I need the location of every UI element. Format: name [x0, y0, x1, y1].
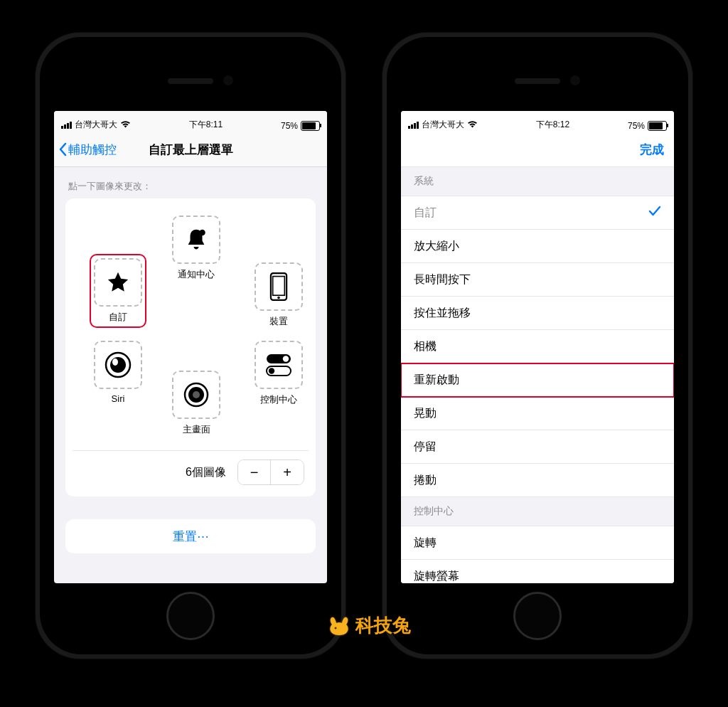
nav-bar: 輔助觸控 自訂最上層選單 — [54, 132, 327, 167]
star-icon — [106, 270, 130, 294]
clock: 下午8:11 — [189, 119, 223, 131]
nav-bar: 完成 — [401, 132, 674, 167]
icon-label: 主畫面 — [172, 423, 220, 436]
done-button[interactable]: 完成 — [640, 142, 664, 158]
watermark: 科技兔 — [327, 613, 411, 638]
back-label: 輔助觸控 — [68, 142, 117, 158]
icon-slot-home[interactable]: 主畫面 — [172, 371, 220, 436]
row-longpress[interactable]: 長時間按下 — [401, 263, 674, 297]
status-bar: 台灣大哥大 下午8:11 75% — [54, 111, 327, 132]
carrier-label: 台灣大哥大 — [422, 119, 464, 131]
stepper-plus[interactable]: + — [271, 460, 304, 484]
home-icon — [183, 381, 210, 408]
row-rotatescreen[interactable]: 旋轉螢幕 — [401, 560, 674, 583]
checkmark-icon — [648, 206, 661, 220]
row-camera[interactable]: 相機 — [401, 330, 674, 363]
icon-label: 自訂 — [94, 311, 142, 324]
svg-point-14 — [335, 627, 337, 629]
reset-button[interactable]: 重置⋯ — [65, 519, 316, 553]
clock: 下午8:12 — [536, 119, 569, 131]
row-rotate[interactable]: 旋轉 — [401, 526, 674, 560]
device-icon — [269, 272, 288, 301]
row-dwell[interactable]: 停留 — [401, 430, 674, 464]
icon-label: 控制中心 — [255, 393, 303, 406]
toggles-icon — [264, 353, 293, 377]
section-hint: 點一下圖像來更改： — [54, 167, 327, 198]
row-scroll[interactable]: 捲動 — [401, 464, 674, 497]
stepper-minus[interactable]: − — [238, 460, 271, 484]
icon-slot-custom[interactable]: 自訂 — [94, 258, 142, 324]
phone-frame-left: 台灣大哥大 下午8:11 75% 輔助觸控 自訂最上層選單 點一下圖像來更改： — [36, 33, 346, 659]
icon-slot-control[interactable]: 控制中心 — [255, 341, 303, 406]
battery-icon — [301, 121, 320, 131]
icon-label: Siri — [94, 393, 142, 404]
wifi-icon — [120, 120, 131, 130]
home-button[interactable] — [513, 592, 562, 640]
siri-icon — [105, 351, 132, 378]
svg-point-6 — [112, 358, 118, 366]
svg-point-11 — [283, 356, 289, 361]
battery-percent: 75% — [628, 121, 645, 131]
svg-point-13 — [269, 368, 274, 373]
options-list: 自訂 放大縮小 長時間按下 按住並拖移 相機 重新啟動 晃動 停留 捲動 控制中… — [401, 196, 674, 583]
svg-rect-2 — [273, 277, 285, 296]
wifi-icon — [467, 120, 478, 130]
row-shake[interactable]: 晃動 — [401, 397, 674, 430]
icon-label: 通知中心 — [172, 268, 220, 281]
home-button[interactable] — [166, 592, 215, 640]
screen-right: 台灣大哥大 下午8:12 75% 完成 系統 自訂 放大縮小 長時間按下 按住並… — [401, 111, 674, 583]
carrier-label: 台灣大哥大 — [75, 119, 117, 131]
back-button[interactable]: 輔助觸控 — [54, 142, 117, 158]
rabbit-icon — [327, 615, 351, 637]
svg-point-3 — [277, 297, 280, 299]
battery-icon — [648, 121, 667, 131]
screen-left: 台灣大哥大 下午8:11 75% 輔助觸控 自訂最上層選單 點一下圖像來更改： — [54, 111, 327, 583]
battery-percent: 75% — [281, 121, 298, 131]
icon-count-label: 6個圖像 — [186, 465, 226, 480]
section-header-cc: 控制中心 — [401, 497, 674, 526]
row-restart[interactable]: 重新啟動 — [401, 363, 674, 397]
icon-grid-card: 自訂 通知中心 裝置 — [65, 198, 316, 496]
icon-slot-siri[interactable]: Siri — [94, 341, 142, 404]
signal-icon — [61, 122, 72, 129]
svg-point-9 — [193, 391, 200, 398]
svg-point-5 — [110, 357, 126, 373]
section-header-system: 系統 — [401, 167, 674, 196]
signal-icon — [408, 122, 419, 129]
watermark-text: 科技兔 — [355, 613, 411, 638]
icon-count-stepper: − + — [237, 459, 304, 485]
icon-slot-device[interactable]: 裝置 — [255, 262, 303, 328]
row-holddrag[interactable]: 按住並拖移 — [401, 297, 674, 330]
svg-point-0 — [199, 230, 205, 236]
status-bar: 台灣大哥大 下午8:12 75% — [401, 111, 674, 132]
reset-label: 重置⋯ — [173, 528, 209, 545]
icon-count-row: 6個圖像 − + — [73, 450, 309, 485]
chevron-left-icon — [58, 142, 67, 156]
icon-label: 裝置 — [255, 315, 303, 328]
row-custom[interactable]: 自訂 — [401, 196, 674, 230]
bell-icon — [184, 228, 208, 252]
phone-frame-right: 台灣大哥大 下午8:12 75% 完成 系統 自訂 放大縮小 長時間按下 按住並… — [382, 33, 692, 659]
row-zoom[interactable]: 放大縮小 — [401, 230, 674, 263]
icon-slot-notification[interactable]: 通知中心 — [172, 216, 220, 281]
